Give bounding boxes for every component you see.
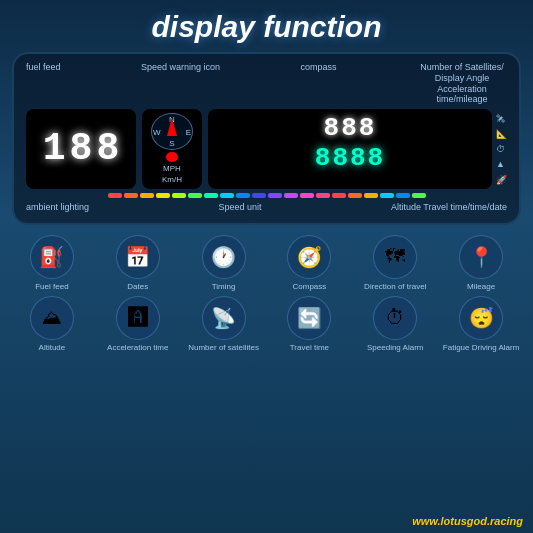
ambient-dot [396,193,410,198]
ambient-dot [236,193,250,198]
top-label-row: fuel feed Speed warning icon compass Num… [26,62,507,105]
feature-icon: 📍 [469,245,494,269]
feature-item[interactable]: 📡 Number of satellites [184,296,264,353]
ambient-dot [124,193,138,198]
feature-item[interactable]: 🗺 Direction of travel [355,235,435,292]
feature-icon: 😴 [469,306,494,330]
feature-icon-bg: 🅰 [116,296,160,340]
feature-label: Timing [212,282,236,292]
right-section: 888 8888 🛰 📐 ⏱ ▲ 🚀 [208,109,507,189]
feature-icon: 🔄 [297,306,322,330]
fuel-feed-label: fuel feed [26,62,61,105]
display-panel: fuel feed Speed warning icon compass Num… [12,52,521,225]
seg-white-digits: 888 [324,115,377,141]
feature-icon: 🅰 [128,306,148,329]
ambient-dot [300,193,314,198]
compass-arrow [167,118,177,136]
time-icon: ⏱ [496,144,507,154]
display-row: 1 8 8 N S W E MPHKm/H [26,109,507,189]
feature-icon-bg: 📅 [116,235,160,279]
feature-icon: 🕐 [211,245,236,269]
speed-unit-label: Speed unit [218,202,261,213]
feature-item[interactable]: 🔄 Travel time [270,296,350,353]
speed-digit-1: 1 [43,130,66,168]
speed-warning-icon [166,152,178,162]
feature-icon-bg: 😴 [459,296,503,340]
feature-item[interactable]: ⛰ Altitude [12,296,92,353]
satellites-label: Number of Satellites/ Display Angle Acce… [417,62,507,105]
feature-icon: 🧭 [297,245,322,269]
speed-icon-small: 🚀 [496,175,507,185]
feature-label: Compass [293,282,327,292]
ambient-dot [108,193,122,198]
altitude-icon-small: ▲ [496,159,507,169]
compass-display: N S W E MPHKm/H [142,109,202,189]
compass-east: E [186,127,191,136]
feature-icon-bg: 🗺 [373,235,417,279]
watermark: www.lotusgod.racing [412,515,523,527]
feature-icon: ⛽ [39,245,64,269]
feature-item[interactable]: 😴 Fatigue Driving Alarm [441,296,521,353]
speed-digit-2: 8 [70,130,93,168]
feature-label: Fatigue Driving Alarm [443,343,519,353]
page-title: display function [151,10,381,44]
ambient-dot [348,193,362,198]
feature-icon-bg: 🕐 [202,235,246,279]
feature-icon-bg: 🔄 [287,296,331,340]
altitude-label: Altitude Travel time/time/date [391,202,507,213]
ambient-dot [220,193,234,198]
feature-label: Acceleration time [107,343,168,353]
speed-display: 1 8 8 [26,109,136,189]
feature-label: Speeding Alarm [367,343,423,353]
feature-item[interactable]: 🕐 Timing [184,235,264,292]
features-row-1: ⛽ Fuel feed 📅 Dates 🕐 Timing 🧭 Compass 🗺… [12,235,521,292]
feature-icon-bg: ⏱ [373,296,417,340]
mph-label: MPHKm/H [162,164,182,185]
ambient-dot [316,193,330,198]
feature-icon-bg: 📍 [459,235,503,279]
satellite-icon: 🛰 [496,114,507,124]
feature-item[interactable]: ⛽ Fuel feed [12,235,92,292]
feature-item[interactable]: ⏱ Speeding Alarm [355,296,435,353]
speed-warning-label: Speed warning icon [141,62,220,105]
feature-label: Direction of travel [364,282,426,292]
seg-cyan-digits: 8888 [315,145,385,171]
feature-icon-bg: 📡 [202,296,246,340]
feature-icon: 📅 [125,245,150,269]
ambient-dot [140,193,154,198]
ambient-dot [204,193,218,198]
main-page: display function fuel feed Speed warning… [0,0,533,533]
bottom-label-row: ambient lighting Speed unit Altitude Tra… [26,202,507,213]
ambient-dot [156,193,170,198]
feature-label: Mileage [467,282,495,292]
feature-icon: ⛰ [42,306,62,329]
feature-icon-bg: ⛰ [30,296,74,340]
feature-label: Dates [127,282,148,292]
top-digit-row: 888 [216,115,484,141]
ambient-dot [268,193,282,198]
feature-icon: ⏱ [385,306,405,329]
feature-item[interactable]: 📅 Dates [98,235,178,292]
ambient-dot [188,193,202,198]
ambient-dot [172,193,186,198]
ambient-dot [284,193,298,198]
ambient-dot [380,193,394,198]
compass-west: W [153,127,161,136]
feature-label: Number of satellites [188,343,259,353]
feature-icon-bg: ⛽ [30,235,74,279]
speed-digit-3: 8 [96,130,119,168]
ambient-lighting-label: ambient lighting [26,202,89,213]
right-digits: 888 8888 [208,109,492,189]
feature-item[interactable]: 🧭 Compass [270,235,350,292]
ambient-dot [364,193,378,198]
angle-icon: 📐 [496,129,507,139]
features-row-2: ⛰ Altitude 🅰 Acceleration time 📡 Number … [12,296,521,353]
feature-label: Altitude [39,343,66,353]
ambient-dot [332,193,346,198]
feature-item[interactable]: 🅰 Acceleration time [98,296,178,353]
bottom-digit-row: 8888 [216,145,484,171]
feature-icon-bg: 🧭 [287,235,331,279]
feature-label: Fuel feed [35,282,68,292]
feature-label: Travel time [290,343,329,353]
feature-item[interactable]: 📍 Mileage [441,235,521,292]
